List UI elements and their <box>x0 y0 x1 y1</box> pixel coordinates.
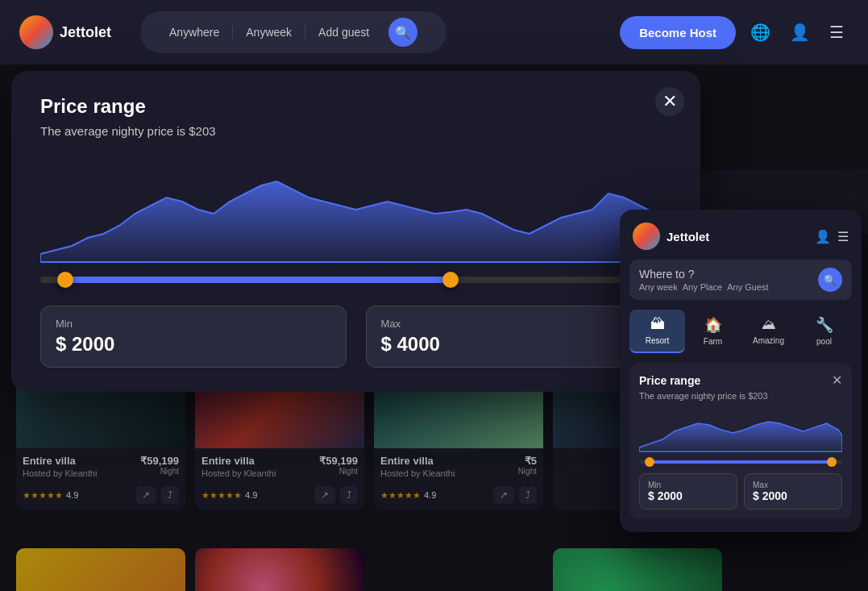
second-search-button[interactable]: 🔍 <box>818 268 842 292</box>
modal-subtitle: The average nighty price is $203 <box>40 124 671 138</box>
second-price-inputs: Min $ 2000 Max $ 2000 <box>639 473 842 510</box>
search-anyweek[interactable]: Anyweek <box>233 26 305 39</box>
second-modal: Jettolet 👤 ☰ Where to ? Any week Any Pla… <box>620 210 862 532</box>
second-search-content: Where to ? Any week Any Place Any Guest <box>639 268 818 292</box>
second-max-price-box[interactable]: Max $ 2000 <box>744 473 842 510</box>
second-slider-thumb-max[interactable] <box>827 457 837 467</box>
amazing-icon: ⛰ <box>762 316 776 333</box>
second-slider-thumb-min[interactable] <box>645 457 654 467</box>
min-price-box[interactable]: Min $ 2000 <box>40 306 347 368</box>
second-price-slider[interactable] <box>639 460 842 464</box>
second-min-price-box[interactable]: Min $ 2000 <box>639 473 737 510</box>
max-value[interactable]: $ 4000 <box>381 333 657 356</box>
category-amazing[interactable]: ⛰ Amazing <box>741 310 796 353</box>
second-pr-subtitle: The average nighty price is $203 <box>639 391 842 401</box>
second-logo-text: Jettolet <box>667 230 709 243</box>
second-search-label: Where to ? <box>639 268 818 281</box>
modal-close-button[interactable]: ✕ <box>655 87 684 116</box>
second-slider-fill <box>650 460 833 464</box>
second-user-icon[interactable]: 👤 <box>815 229 831 244</box>
second-logo-icon <box>633 223 660 250</box>
categories-row: 🏔 Resort 🏠 Farm ⛰ Amazing 🔧 pool <box>629 310 852 353</box>
slider-thumb-max[interactable] <box>442 272 459 288</box>
second-max-label: Max <box>753 481 833 489</box>
second-max-value[interactable]: $ 2000 <box>753 489 833 502</box>
search-addguest[interactable]: Add guest <box>305 26 382 39</box>
globe-icon[interactable]: 🌐 <box>745 18 775 47</box>
logo: Jettolet <box>19 15 111 49</box>
tag-anyplace: Any Place <box>683 282 723 292</box>
max-label: Max <box>381 318 657 330</box>
category-resort[interactable]: 🏔 Resort <box>629 310 685 353</box>
price-range-modal: Price range The average nighty price is … <box>11 71 700 392</box>
logo-icon <box>19 15 53 49</box>
navbar: Jettolet Anywhere Anyweek Add guest 🔍 Be… <box>0 0 868 65</box>
min-label: Min <box>56 318 331 330</box>
pool-icon: 🔧 <box>816 316 833 334</box>
second-price-range: Price range ✕ The average nighty price i… <box>629 363 852 519</box>
tag-anyweek: Any week <box>639 282 678 292</box>
second-modal-logo: Jettolet <box>633 223 709 250</box>
chart-svg <box>40 157 671 270</box>
search-bar[interactable]: Anywhere Anyweek Add guest 🔍 <box>140 11 446 53</box>
second-chart-svg <box>639 407 842 456</box>
second-min-value[interactable]: $ 2000 <box>648 489 729 502</box>
price-chart <box>40 157 671 270</box>
second-pr-title: Price range <box>639 374 700 387</box>
second-modal-icons: 👤 ☰ <box>815 229 849 244</box>
resort-icon: 🏔 <box>650 316 665 333</box>
min-value[interactable]: $ 2000 <box>56 333 331 356</box>
second-pr-header: Price range ✕ <box>639 372 842 388</box>
slider-thumb-min[interactable] <box>57 272 73 288</box>
second-price-chart <box>639 407 842 456</box>
modal-title: Price range <box>40 95 671 118</box>
logo-text: Jettolet <box>60 24 111 41</box>
category-farm[interactable]: 🏠 Farm <box>685 310 741 353</box>
second-menu-icon[interactable]: ☰ <box>837 229 849 244</box>
search-button[interactable]: 🔍 <box>388 18 417 47</box>
price-slider[interactable] <box>40 277 671 283</box>
farm-icon: 🏠 <box>704 316 722 334</box>
category-pool[interactable]: 🔧 pool <box>796 310 852 353</box>
become-host-button[interactable]: Become Host <box>620 16 736 49</box>
nav-right: Become Host 🌐 👤 ☰ <box>620 16 849 49</box>
second-search-box[interactable]: Where to ? Any week Any Place Any Guest … <box>629 260 852 300</box>
menu-icon[interactable]: ☰ <box>824 18 849 47</box>
search-anywhere[interactable]: Anywhere <box>156 26 233 39</box>
slider-fill <box>65 277 451 283</box>
user-icon[interactable]: 👤 <box>785 18 815 47</box>
price-inputs: Min $ 2000 Max $ 4000 <box>40 306 671 368</box>
second-search-tags: Any week Any Place Any Guest <box>639 282 818 292</box>
second-modal-header: Jettolet 👤 ☰ <box>620 210 862 250</box>
second-min-label: Min <box>648 481 729 489</box>
tag-anyguest: Any Guest <box>727 282 768 292</box>
second-pr-close-button[interactable]: ✕ <box>832 372 842 388</box>
